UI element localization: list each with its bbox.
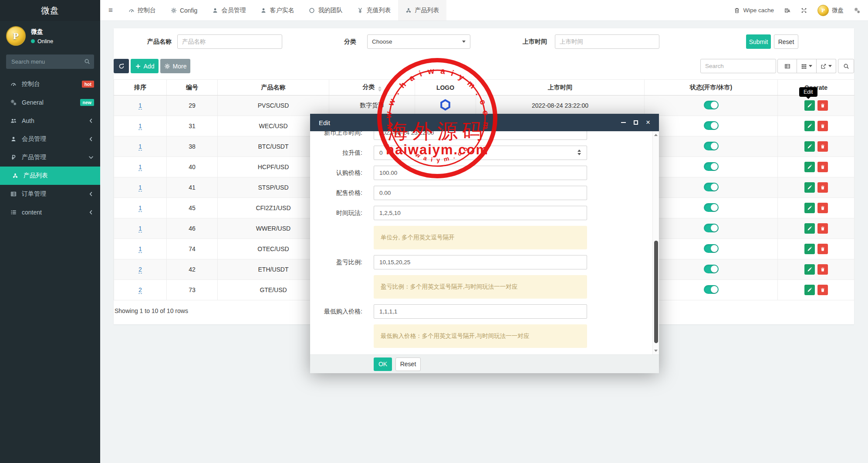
scrollbar-thumb[interactable] — [654, 241, 658, 344]
close-icon[interactable]: × — [646, 120, 650, 125]
sidebar-item-members[interactable]: 会员管理 — [0, 130, 100, 148]
more-button[interactable]: More — [160, 59, 190, 73]
export-button[interactable] — [817, 59, 836, 73]
pencil-icon — [807, 164, 812, 170]
list-time-label: 上市时间 — [523, 34, 547, 49]
sort-link[interactable]: 1 — [138, 143, 142, 150]
edit-button[interactable] — [804, 141, 815, 152]
tab-product-list[interactable]: 产品列表 — [398, 0, 446, 20]
status-toggle[interactable] — [704, 121, 719, 130]
edit-button[interactable] — [804, 244, 815, 254]
edit-button[interactable] — [804, 100, 815, 111]
delete-button[interactable] — [817, 285, 828, 295]
sidebar-toggle-button[interactable]: ≡ — [100, 0, 121, 20]
refresh-button[interactable] — [114, 59, 129, 73]
sort-link[interactable]: 2 — [138, 286, 142, 294]
delete-button[interactable] — [817, 223, 828, 234]
time-play-input[interactable] — [374, 206, 587, 220]
min-purchase-price-input[interactable] — [374, 304, 587, 319]
delete-button[interactable] — [817, 100, 828, 111]
fullscreen-button[interactable] — [801, 7, 807, 14]
sidebar-item-auth[interactable]: Auth — [0, 112, 100, 130]
language-button[interactable] — [784, 7, 790, 14]
ok-button[interactable]: OK — [374, 357, 392, 371]
status-toggle[interactable] — [704, 265, 719, 273]
delete-button[interactable] — [817, 244, 828, 254]
delete-button[interactable] — [817, 121, 828, 131]
tab-config[interactable]: Config — [163, 0, 205, 20]
wipe-cache-button[interactable]: Wipe cache — [734, 7, 774, 14]
scroll-down-icon[interactable] — [654, 350, 658, 352]
status-toggle[interactable] — [704, 162, 719, 171]
product-name-input[interactable] — [177, 34, 282, 49]
sort-link[interactable]: 1 — [138, 184, 142, 191]
list-time-input[interactable] — [555, 34, 659, 49]
sidebar-item-content[interactable]: content — [0, 203, 100, 221]
cogs-icon — [854, 7, 860, 14]
edit-button[interactable] — [804, 121, 815, 131]
pagination-view-button[interactable] — [777, 59, 797, 73]
delete-button[interactable] — [817, 203, 828, 213]
status-toggle[interactable] — [704, 203, 719, 212]
sort-link[interactable]: 1 — [138, 163, 142, 171]
tab-my-team[interactable]: 我的团队 — [301, 0, 350, 20]
tab-kyc[interactable]: 客户实名 — [253, 0, 301, 20]
tab-recharge-list[interactable]: 充值列表 — [350, 0, 398, 20]
scroll-up-icon[interactable] — [654, 134, 658, 136]
columns-button[interactable] — [797, 59, 817, 73]
status-toggle[interactable] — [704, 142, 719, 150]
search-button[interactable] — [838, 59, 854, 73]
status-toggle[interactable] — [704, 224, 719, 232]
user-menu[interactable]: P微盘 — [817, 5, 844, 16]
new-coin-time-input[interactable] — [374, 131, 587, 140]
grid-icon — [801, 63, 807, 69]
tab-dashboard[interactable]: 控制台 — [121, 0, 163, 20]
placement-price-input[interactable] — [374, 186, 587, 200]
subscription-price-input[interactable] — [374, 166, 587, 180]
maximize-icon[interactable] — [634, 120, 638, 125]
sort-link[interactable]: 1 — [138, 245, 142, 253]
modal-header[interactable]: Edit × — [310, 114, 659, 131]
edit-button[interactable] — [804, 223, 815, 234]
status-toggle[interactable] — [704, 183, 719, 191]
status-toggle[interactable] — [704, 285, 719, 294]
edit-button[interactable] — [804, 203, 815, 213]
edit-button[interactable] — [804, 285, 815, 295]
sort-link[interactable]: 1 — [138, 102, 142, 109]
modal-scrollbar[interactable] — [652, 131, 659, 354]
edit-button[interactable] — [804, 182, 815, 193]
delete-button[interactable] — [817, 141, 828, 152]
table-search-input[interactable] — [700, 59, 776, 73]
category-select[interactable]: Choose — [367, 34, 470, 49]
tab-members[interactable]: 会员管理 — [205, 0, 253, 20]
sidebar-item-orders[interactable]: 订单管理 — [0, 185, 100, 203]
delete-button[interactable] — [817, 162, 828, 172]
sort-link[interactable]: 1 — [138, 123, 142, 130]
sidebar-search-input[interactable] — [6, 54, 94, 69]
user-icon — [212, 7, 218, 14]
avatar: P — [6, 26, 26, 46]
settings-button[interactable] — [854, 7, 860, 14]
modal-reset-button[interactable]: Reset — [395, 357, 421, 371]
profit-loss-ratio-input[interactable] — [374, 255, 587, 269]
number-spinner[interactable] — [578, 150, 581, 155]
status-toggle[interactable] — [704, 244, 719, 253]
sidebar-item-product-list[interactable]: 产品列表 — [0, 167, 100, 185]
sort-link[interactable]: 1 — [138, 204, 142, 212]
edit-button[interactable] — [804, 264, 815, 275]
delete-button[interactable] — [817, 182, 828, 193]
sort-link[interactable]: 1 — [138, 225, 142, 232]
add-button[interactable]: Add — [131, 59, 159, 73]
pull-up-value-input[interactable] — [374, 146, 587, 160]
reset-button[interactable]: Reset — [774, 34, 798, 49]
sidebar-item-product-mgmt[interactable]: 产品管理 — [0, 148, 100, 167]
delete-button[interactable] — [817, 264, 828, 275]
sidebar-item-dashboard[interactable]: 控制台hot — [0, 75, 100, 93]
sort-link[interactable]: 2 — [138, 266, 142, 273]
edit-button[interactable] — [804, 162, 815, 172]
status-toggle[interactable] — [704, 101, 719, 109]
submit-button[interactable]: Submit — [746, 34, 771, 49]
col-category[interactable]: 分类 — [329, 80, 415, 95]
minimize-icon[interactable] — [621, 122, 626, 123]
sidebar-item-general[interactable]: Generalnew — [0, 93, 100, 112]
